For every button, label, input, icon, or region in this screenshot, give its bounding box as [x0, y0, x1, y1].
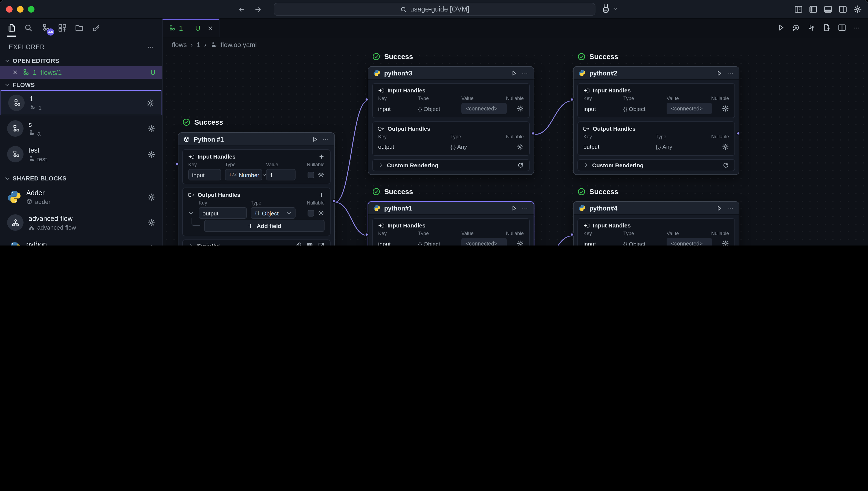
- flow-file-icon: [22, 69, 29, 76]
- explorer-more-icon[interactable]: ⋯: [147, 43, 154, 51]
- toggle-sidebar-icon[interactable]: [809, 5, 818, 14]
- output-port[interactable]: [531, 131, 535, 136]
- input-port[interactable]: [570, 97, 574, 102]
- open-external-icon[interactable]: [318, 242, 325, 246]
- output-port[interactable]: [736, 131, 740, 136]
- gear-icon[interactable]: [722, 105, 729, 112]
- split-editor-icon[interactable]: [838, 24, 846, 32]
- export-file-icon[interactable]: [822, 24, 831, 32]
- keys-activity-icon[interactable]: [92, 24, 101, 32]
- type-dropdown[interactable]: {} Object: [251, 207, 296, 219]
- maximize-window-button[interactable]: [28, 6, 34, 12]
- tab-flow-1[interactable]: 1 U: [163, 19, 219, 37]
- open-editors-header[interactable]: OPEN EDITORS: [0, 55, 162, 66]
- flow-list-item[interactable]: 1 1: [1, 90, 161, 115]
- run-node-icon[interactable]: [715, 205, 722, 211]
- close-window-button[interactable]: [6, 6, 12, 12]
- gear-icon[interactable]: [147, 124, 156, 133]
- run-node-icon[interactable]: [715, 70, 722, 76]
- gear-icon[interactable]: [318, 209, 325, 216]
- shared-block-item[interactable]: Adder adder: [0, 184, 162, 209]
- shared-blocks-header[interactable]: SHARED BLOCKS: [0, 172, 162, 184]
- flow-avatar: [7, 146, 24, 163]
- minimize-window-button[interactable]: [17, 6, 24, 12]
- run-icon[interactable]: [777, 24, 785, 32]
- explorer-activity-icon[interactable]: [7, 24, 16, 32]
- node-python4[interactable]: python#4 ⋯ Input Handles KeyTypeValueNul…: [573, 201, 739, 246]
- shared-block-item[interactable]: python python: [0, 236, 162, 246]
- custom-rendering-section[interactable]: Custom Rendering: [372, 159, 530, 171]
- node-python2[interactable]: python#2 ⋯ Input Handles KeyTypeValueNul…: [573, 66, 739, 175]
- close-tab-icon[interactable]: [208, 25, 213, 31]
- node-more-icon[interactable]: ⋯: [522, 204, 529, 212]
- node-more-icon[interactable]: ⋯: [323, 135, 329, 143]
- flow-list-item[interactable]: test test: [0, 142, 162, 167]
- custom-rendering-section[interactable]: Custom Rendering: [577, 159, 735, 171]
- gear-icon[interactable]: [318, 171, 325, 178]
- gear-icon[interactable]: [517, 105, 524, 112]
- refresh-icon[interactable]: [517, 162, 524, 168]
- back-icon[interactable]: [238, 5, 246, 14]
- gear-icon[interactable]: [147, 244, 156, 246]
- toggle-secondary-sidebar-icon[interactable]: [838, 5, 847, 14]
- gear-icon[interactable]: [147, 219, 156, 227]
- key-input[interactable]: [199, 207, 247, 219]
- add-field-button[interactable]: Add field: [204, 220, 325, 232]
- run-node-icon[interactable]: [311, 136, 318, 142]
- node-more-icon[interactable]: ⋯: [727, 204, 734, 212]
- more-actions-icon[interactable]: ⋯: [853, 24, 860, 31]
- gear-icon[interactable]: [147, 193, 156, 201]
- rerun-icon[interactable]: [792, 24, 800, 32]
- shared-block-item[interactable]: advanced-flow advanced-flow: [0, 210, 162, 235]
- value-input[interactable]: [266, 169, 296, 180]
- node-more-icon[interactable]: ⋯: [727, 69, 734, 77]
- flow-list-item[interactable]: s a: [0, 116, 162, 141]
- toggle-panel-icon[interactable]: [824, 5, 833, 14]
- node-python3[interactable]: python#3 ⋯ Input Handles KeyTypeValueNul…: [368, 66, 534, 175]
- key-input[interactable]: [188, 169, 221, 180]
- gear-icon[interactable]: [722, 143, 729, 150]
- forward-icon[interactable]: [254, 5, 262, 14]
- run-node-icon[interactable]: [510, 70, 517, 76]
- status-badge: Success: [182, 118, 223, 126]
- gear-icon[interactable]: [147, 150, 156, 158]
- open-editor-item[interactable]: 1 flows/1 U: [0, 66, 162, 79]
- sync-icon[interactable]: [807, 24, 815, 32]
- nullable-checkbox[interactable]: [307, 171, 314, 178]
- expand-row-icon[interactable]: [188, 210, 194, 216]
- flow-canvas[interactable]: Success Python #1 ⋯: [163, 52, 868, 246]
- node-python1[interactable]: python#1 ⋯ Input Handles KeyTypeValueNul…: [368, 201, 534, 246]
- input-port[interactable]: [364, 97, 369, 102]
- flows-activity-icon[interactable]: 44: [41, 24, 50, 32]
- add-input-icon[interactable]: [319, 153, 325, 160]
- copilot-menu[interactable]: [601, 4, 618, 14]
- input-port[interactable]: [174, 162, 179, 166]
- gear-icon[interactable]: [146, 99, 154, 107]
- paperclip-icon[interactable]: [295, 242, 302, 246]
- type-dropdown[interactable]: 123 Number: [225, 169, 262, 180]
- search-activity-icon[interactable]: [24, 24, 33, 32]
- workspace-title: usage-guide [OVM]: [410, 5, 469, 13]
- gear-icon[interactable]: [722, 240, 729, 246]
- add-output-icon[interactable]: [319, 192, 325, 198]
- gear-icon[interactable]: [517, 240, 524, 246]
- refresh-icon[interactable]: [723, 162, 729, 168]
- settings-gear-icon[interactable]: [853, 5, 862, 14]
- node-python-main[interactable]: Python #1 ⋯ Input Handles: [178, 132, 335, 246]
- gear-icon[interactable]: [517, 143, 524, 150]
- folder-activity-icon[interactable]: [75, 24, 84, 32]
- extensions-activity-icon[interactable]: [58, 24, 67, 32]
- scriptlet-section[interactable]: Scriptlet: [182, 239, 331, 246]
- close-editor-icon[interactable]: [12, 69, 18, 76]
- breadcrumb[interactable]: flows › 1 › flow.oo.yaml: [163, 37, 868, 52]
- customize-layout-icon[interactable]: [794, 5, 803, 14]
- run-node-icon[interactable]: [510, 205, 517, 211]
- node-more-icon[interactable]: ⋯: [522, 69, 529, 77]
- flows-section-header[interactable]: FLOWS: [0, 79, 162, 90]
- input-port[interactable]: [570, 232, 574, 237]
- input-port[interactable]: [364, 232, 369, 237]
- book-icon[interactable]: [306, 242, 313, 246]
- output-port[interactable]: [332, 199, 336, 203]
- command-center-search[interactable]: usage-guide [OVM]: [274, 3, 595, 16]
- nullable-checkbox[interactable]: [307, 210, 314, 216]
